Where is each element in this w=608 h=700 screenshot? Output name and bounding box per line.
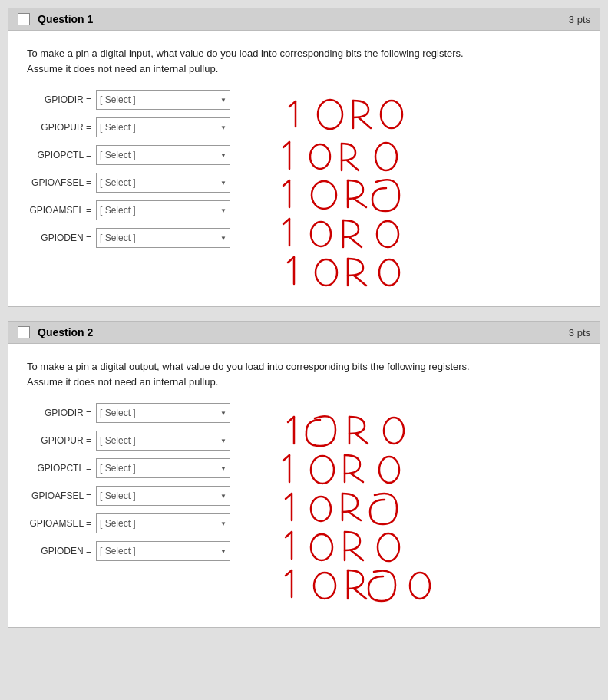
question-1-fields: GPIODIR = [ Select ] 0 1 GPIOPUR = [ Sel… — [27, 90, 265, 256]
gpioafsel-select-2[interactable]: [ Select ] 0 1 — [96, 486, 230, 506]
field-row-gpiodir-2: GPIODIR = [ Select ] 0 1 — [27, 403, 265, 423]
svg-point-7 — [316, 259, 337, 286]
field-row-gpioamsel-2: GPIOAMSEL = [ Select ] 0 1 — [27, 513, 265, 533]
question-2-checkbox[interactable] — [18, 326, 30, 338]
gpiodir-select-wrapper-1: [ Select ] 0 1 — [96, 90, 230, 110]
question-2-fields: GPIODIR = [ Select ] 0 1 GPIOPUR = [ Sel… — [27, 403, 265, 569]
question-1-body: To make a pin a digital input, what valu… — [8, 31, 600, 307]
gpiopur-select-wrapper-2: [ Select ] 0 1 — [96, 431, 230, 451]
svg-point-16 — [410, 573, 430, 599]
field-row-gpiopctl-1: GPIOPCTL = [ Select ] 0 1 — [27, 145, 265, 165]
gpioden-select-wrapper-2: [ Select ] 0 1 — [96, 541, 230, 561]
field-row-gpioamsel-1: GPIOAMSEL = [ Select ] 0 1 — [27, 200, 265, 220]
gpioamsel-select-1[interactable]: [ Select ] 0 1 — [96, 200, 230, 220]
gpioamsel-select-wrapper-1: [ Select ] 0 1 — [96, 200, 230, 220]
svg-point-5 — [311, 222, 331, 246]
gpiopur-select-2[interactable]: [ Select ] 0 1 — [96, 431, 230, 451]
svg-point-6 — [377, 221, 398, 247]
svg-point-11 — [379, 457, 399, 483]
field-row-gpiopur-1: GPIOPUR = [ Select ] 0 1 — [27, 117, 265, 137]
gpioafsel-label-1: GPIOAFSEL = — [27, 177, 96, 188]
gpiopur-label-2: GPIOPUR = — [27, 435, 96, 446]
svg-point-10 — [311, 456, 334, 484]
field-row-gpioafsel-1: GPIOAFSEL = [ Select ] 0 1 — [27, 173, 265, 193]
svg-point-2 — [310, 144, 330, 169]
field-row-gpioafsel-2: GPIOAFSEL = [ Select ] 0 1 — [27, 486, 265, 506]
gpiodir-select-wrapper-2: [ Select ] 0 1 — [96, 403, 230, 423]
gpioafsel-select-wrapper-1: [ Select ] 0 1 — [96, 173, 230, 193]
question-2-desc: To make a pin a digital output, what val… — [27, 359, 581, 389]
question-1-content: GPIODIR = [ Select ] 0 1 GPIOPUR = [ Sel… — [27, 90, 581, 288]
question-1-title: Question 1 — [38, 13, 561, 25]
svg-point-9 — [384, 418, 404, 444]
gpioamsel-select-wrapper-2: [ Select ] 0 1 — [96, 513, 230, 533]
field-row-gpioden-2: GPIODEN = [ Select ] 0 1 — [27, 541, 265, 561]
gpiopctl-label-1: GPIOPCTL = — [27, 150, 96, 160]
gpiodir-label-2: GPIODIR = — [27, 408, 96, 418]
question-2-block: Question 2 3 pts To make a pin a digital… — [8, 321, 600, 628]
gpioamsel-label-1: GPIOAMSEL = — [27, 205, 96, 216]
svg-point-14 — [378, 533, 399, 561]
svg-point-1 — [381, 101, 402, 128]
question-1-block: Question 1 3 pts To make a pin a digital… — [8, 8, 600, 307]
question-1-pts: 3 pts — [569, 14, 590, 25]
question-2-pts: 3 pts — [569, 327, 590, 338]
gpiopur-select-wrapper-1: [ Select ] 0 1 — [96, 117, 230, 137]
question-2-body: To make a pin a digital output, what val… — [8, 344, 600, 628]
gpiopctl-select-1[interactable]: [ Select ] 0 1 — [96, 145, 230, 165]
gpiopctl-select-wrapper-1: [ Select ] 0 1 — [96, 145, 230, 165]
field-row-gpiopctl-2: GPIOPCTL = [ Select ] 0 1 — [27, 458, 265, 478]
gpiodir-select-1[interactable]: [ Select ] 0 1 — [96, 90, 230, 110]
gpiodir-select-2[interactable]: [ Select ] 0 1 — [96, 403, 230, 423]
gpioden-select-1[interactable]: [ Select ] 0 1 — [96, 228, 230, 248]
question-2-title: Question 2 — [38, 326, 561, 338]
svg-point-0 — [318, 100, 342, 129]
gpioafsel-label-2: GPIOAFSEL = — [27, 490, 96, 501]
svg-point-15 — [314, 573, 335, 599]
field-row-gpiopur-2: GPIOPUR = [ Select ] 0 1 — [27, 431, 265, 451]
question-2-content: GPIODIR = [ Select ] 0 1 GPIOPUR = [ Sel… — [27, 403, 581, 609]
gpiopctl-label-2: GPIOPCTL = — [27, 463, 96, 474]
gpiopctl-select-2[interactable]: [ Select ] 0 1 — [96, 458, 230, 478]
gpioamsel-label-2: GPIOAMSEL = — [27, 518, 96, 529]
svg-point-4 — [312, 181, 336, 209]
gpioafsel-select-wrapper-2: [ Select ] 0 1 — [96, 486, 230, 506]
svg-point-3 — [375, 143, 397, 170]
gpioden-select-2[interactable]: [ Select ] 0 1 — [96, 541, 230, 561]
field-row-gpiodir-1: GPIODIR = [ Select ] 0 1 — [27, 90, 265, 110]
question-2-drawing — [265, 403, 581, 609]
svg-point-8 — [379, 259, 399, 286]
gpiodir-label-1: GPIODIR = — [27, 94, 96, 105]
handwriting-svg-1 — [273, 90, 534, 286]
gpioden-select-wrapper-1: [ Select ] 0 1 — [96, 228, 230, 248]
gpiopur-select-1[interactable]: [ Select ] 0 1 — [96, 117, 230, 137]
svg-point-13 — [311, 534, 332, 560]
gpioden-label-2: GPIODEN = — [27, 546, 96, 556]
question-1-checkbox[interactable] — [18, 13, 30, 25]
gpiopur-label-1: GPIOPUR = — [27, 122, 96, 133]
handwriting-svg-2 — [273, 403, 534, 606]
field-row-gpioden-1: GPIODEN = [ Select ] 0 1 — [27, 228, 265, 248]
question-1-header: Question 1 3 pts — [8, 8, 600, 31]
svg-point-12 — [311, 497, 331, 521]
question-1-drawing — [265, 90, 581, 288]
gpiopctl-select-wrapper-2: [ Select ] 0 1 — [96, 458, 230, 478]
question-2-header: Question 2 3 pts — [8, 321, 600, 344]
gpioden-label-1: GPIODEN = — [27, 233, 96, 243]
question-1-desc: To make a pin a digital input, what valu… — [27, 46, 581, 76]
gpioafsel-select-1[interactable]: [ Select ] 0 1 — [96, 173, 230, 193]
gpioamsel-select-2[interactable]: [ Select ] 0 1 — [96, 513, 230, 533]
